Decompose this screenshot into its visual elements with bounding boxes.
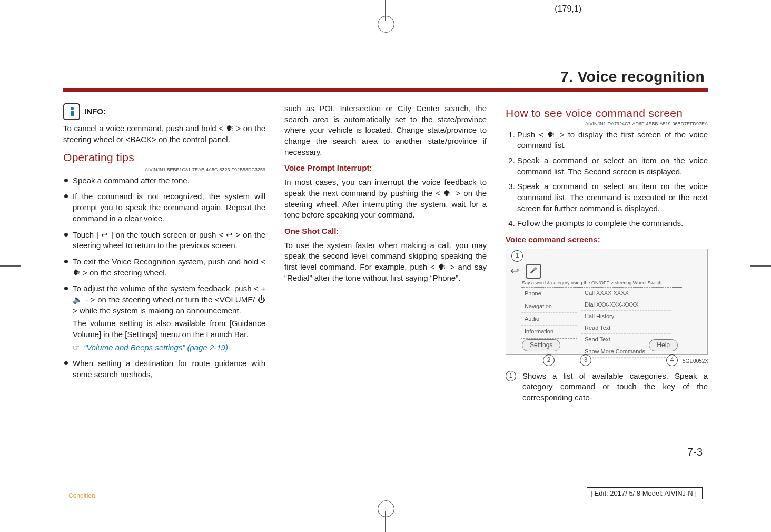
command-item: Read Text [581,322,671,334]
how-to-heading: How to see voice command screen [506,106,708,120]
screenshot-image-id: 5GE0052X [683,358,708,365]
column-2: such as POI, Intersection or City Center… [284,103,487,403]
category-item: Phone [521,288,577,300]
callout-4-marker: 4 [666,354,678,366]
callout-description-row: 1 Shows a list of available categories. … [506,371,708,403]
command-item: Call XXXX XXXX [581,288,671,299]
content-columns: INFO: To cancel a voice command, push an… [63,103,708,403]
step-item: Follow the prompts to complete the comma… [517,218,708,229]
step-item: Speak a command or select an item on the… [517,181,708,214]
tip-item: Speak a command after the tone. [73,175,265,186]
voice-prompt-interrupt-paragraph: In most cases, you can interrupt the voi… [284,177,487,221]
crop-mark-left [0,255,21,277]
tip-item: To adjust the volume of the system feedb… [73,283,265,353]
tip-text: To adjust the volume of the system feedb… [73,284,265,314]
info-paragraph: To cancel a voice command, push and hold… [63,123,265,145]
help-button: Help [649,339,678,351]
back-icon: ↩ [510,264,519,279]
settings-button: Settings [522,339,560,351]
callout-1-marker: 1 [511,250,523,262]
one-shot-call-paragraph: To use the system faster when making a c… [284,240,487,284]
column-1: INFO: To cancel a voice command, push an… [63,103,265,403]
page-number: 7-3 [687,446,703,458]
section-title: 7. Voice recognition [63,68,708,85]
info-label: INFO: [84,106,106,117]
voice-command-screens-heading: Voice command screens: [506,234,708,245]
tip-subtext: The volume setting is also available fro… [73,318,265,340]
info-icon [63,103,80,120]
callout-3-marker: 3 [580,354,591,366]
speak-icon: 🎤 [526,264,541,279]
category-list: Phone Navigation Audio Information [521,287,577,339]
category-item: Audio [521,313,577,326]
voice-command-screenshot: 1 ↩ 🎤 Say a word & category using the ON… [506,249,708,355]
callout-2-marker: 2 [543,354,555,366]
continuation-paragraph: such as POI, Intersection or City Center… [284,103,487,157]
sheet-slip: (179,1) [555,4,581,14]
tip-item: Touch [ ↩ ] on the touch screen or push … [73,230,265,251]
operating-tips-id: AIVINJN1-5EBE1C81-7EAE-4A5C-8323-F92B58D… [63,166,265,173]
how-to-id: AIVINJN1-DA7924C7-AD6F-4EBB-A519-06BD7EF… [506,121,708,127]
command-item: Dial XXX-XXX-XXXX [581,299,671,311]
step-item: Speak a command or select an item on the… [517,155,708,177]
step-item: Push < 🗣 > to display the first screen o… [517,130,708,151]
operating-tips-heading: Operating tips [63,150,265,165]
column-3: How to see voice command screen AIVINJN1… [506,103,708,403]
footer-condition: Condition: [68,492,97,499]
callout-1-text: Shows a list of available categories. Sp… [522,371,708,403]
tips-list: Speak a command after the tone. If the c… [63,175,265,380]
category-item: Navigation [521,300,577,313]
crop-mark-top [375,0,396,21]
one-shot-call-heading: One Shot Call: [284,226,487,237]
footer-edit-info: [ Edit: 2017/ 5/ 8 Model: AIVINJ-N ] [587,487,703,499]
section-rule [63,88,708,92]
how-to-steps: Push < 🗣 > to display the first screen o… [506,130,708,230]
reference-icon: ☞ [73,343,80,352]
tip-link-row: ☞ “Volume and Beeps settings” (page 2-19… [73,342,265,353]
tip-item: If the command is not recognized, the sy… [73,191,265,224]
category-item: Information [521,326,577,338]
tip-item: To exit the Voice Recognition system, pu… [73,257,265,278]
info-heading: INFO: [63,103,265,120]
tip-item: When setting a destination for route gui… [73,358,265,380]
command-item: Call History [581,311,671,322]
callout-1-label: 1 [506,371,516,381]
manual-page: (179,1) 7. Voice recognition INFO: To ca… [0,0,771,532]
crop-mark-right [750,255,771,277]
crop-mark-bottom [375,511,396,532]
reference-link[interactable]: “Volume and Beeps settings” (page 2-19) [84,343,228,352]
voice-prompt-interrupt-heading: Voice Prompt Interrupt: [284,163,487,174]
